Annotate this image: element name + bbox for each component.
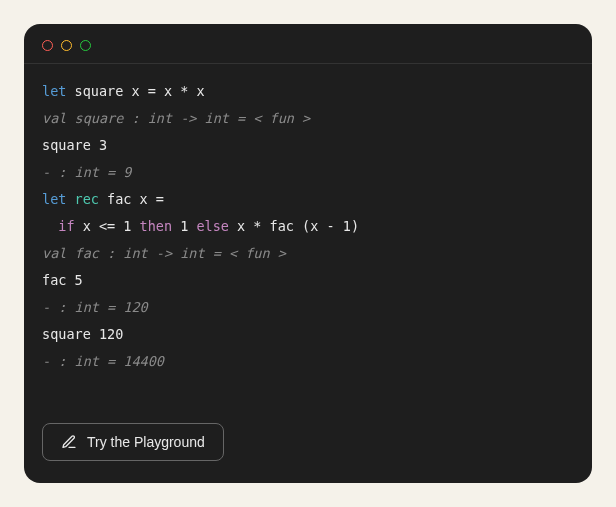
code-line: let square x = x * x [42, 78, 574, 105]
code-block: let square x = x * xval square : int -> … [24, 64, 592, 409]
code-token: fac 5 [42, 272, 83, 288]
code-token: square x = x * x [75, 83, 205, 99]
try-playground-button[interactable]: Try the Playground [42, 423, 224, 461]
code-line: if x <= 1 then 1 else x * fac (x - 1) [42, 213, 574, 240]
code-token: rec [75, 191, 108, 207]
code-token: fac x = [107, 191, 164, 207]
code-token: square 3 [42, 137, 107, 153]
repl-output: - : int = 14400 [42, 353, 164, 369]
code-line: - : int = 14400 [42, 348, 574, 375]
code-token: 1 [180, 218, 196, 234]
repl-output: val fac : int -> int = < fun > [42, 245, 286, 261]
code-line: fac 5 [42, 267, 574, 294]
minimize-icon [61, 40, 72, 51]
code-line: - : int = 120 [42, 294, 574, 321]
code-window: let square x = x * xval square : int -> … [24, 24, 592, 483]
code-line: val fac : int -> int = < fun > [42, 240, 574, 267]
repl-output: - : int = 120 [42, 299, 148, 315]
zoom-icon [80, 40, 91, 51]
close-icon [42, 40, 53, 51]
code-token: if [58, 218, 82, 234]
code-footer: Try the Playground [24, 409, 592, 483]
repl-output: - : int = 9 [42, 164, 131, 180]
code-line: - : int = 9 [42, 159, 574, 186]
code-token: else [196, 218, 237, 234]
code-token: let [42, 83, 75, 99]
window-titlebar [24, 24, 592, 64]
code-line: square 120 [42, 321, 574, 348]
code-line: val square : int -> int = < fun > [42, 105, 574, 132]
code-token: let [42, 191, 75, 207]
code-token: x <= 1 [83, 218, 140, 234]
repl-output: val square : int -> int = < fun > [42, 110, 310, 126]
code-line: square 3 [42, 132, 574, 159]
button-label: Try the Playground [87, 434, 205, 450]
code-line: let rec fac x = [42, 186, 574, 213]
code-token: then [140, 218, 181, 234]
code-token: square 120 [42, 326, 123, 342]
pencil-icon [61, 434, 77, 450]
code-token: x * fac (x - 1) [237, 218, 359, 234]
